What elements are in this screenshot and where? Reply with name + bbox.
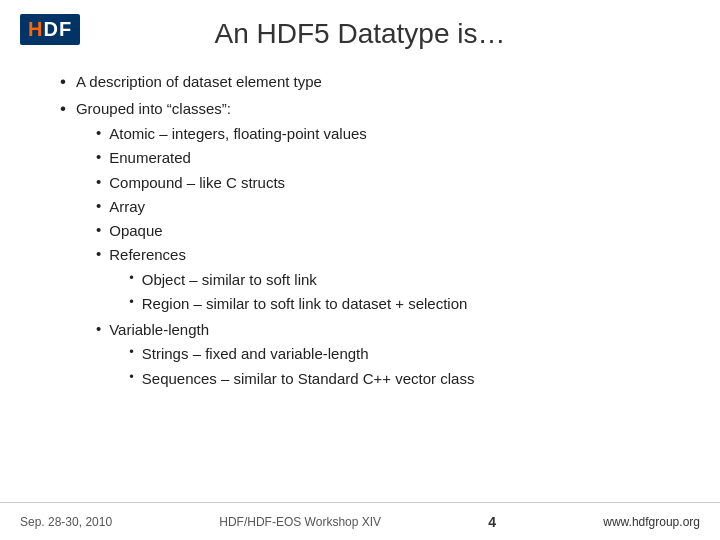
ref-sub-object-text: Object – similar to soft link xyxy=(142,268,317,291)
slide-header: HDF An HDF5 Datatype is… xyxy=(0,0,720,60)
sub-item-variable-content: Variable-length Strings – fixed and vari… xyxy=(109,318,474,391)
var-sub-sequences: Sequences – similar to Standard C++ vect… xyxy=(129,367,474,390)
footer-date: Sep. 28-30, 2010 xyxy=(20,515,112,529)
ref-sub-object: Object – similar to soft link xyxy=(129,268,467,291)
list-item-2-content: Grouped into “classes”: Atomic – integer… xyxy=(76,97,475,392)
sub-item-enumerated: Enumerated xyxy=(96,146,475,169)
slide-title: An HDF5 Datatype is… xyxy=(215,18,506,50)
sub-item-enumerated-text: Enumerated xyxy=(109,146,191,169)
sub-item-references-content: References Object – similar to soft link… xyxy=(109,243,467,316)
variable-list: Variable-length Strings – fixed and vari… xyxy=(96,318,475,391)
var-sub-strings: Strings – fixed and variable-length xyxy=(129,342,474,365)
logo-box: HDF xyxy=(20,14,80,45)
logo-h: H xyxy=(28,18,43,40)
sub-item-array-text: Array xyxy=(109,195,145,218)
var-sub-sequences-text: Sequences – similar to Standard C++ vect… xyxy=(142,367,475,390)
logo-df: DF xyxy=(43,18,72,40)
sub-item-opaque: Opaque xyxy=(96,219,475,242)
sub-item-atomic-text: Atomic – integers, floating-point values xyxy=(109,122,367,145)
sub-item-compound-text: Compound – like C structs xyxy=(109,171,285,194)
ref-sub-region: Region – similar to soft link to dataset… xyxy=(129,292,467,315)
variable-sub-list: Strings – fixed and variable-length Sequ… xyxy=(129,342,474,390)
list-item-1: A description of dataset element type xyxy=(60,70,670,94)
sub-item-references-text: References xyxy=(109,246,186,263)
sub-item-atomic: Atomic – integers, floating-point values xyxy=(96,122,475,145)
var-sub-strings-text: Strings – fixed and variable-length xyxy=(142,342,369,365)
list-item-2: Grouped into “classes”: Atomic – integer… xyxy=(60,97,670,392)
main-list: A description of dataset element type Gr… xyxy=(60,70,670,392)
list-item-2-text: Grouped into “classes”: xyxy=(76,100,231,117)
footer-page-number: 4 xyxy=(488,514,496,530)
footer-website: www.hdfgroup.org xyxy=(603,515,700,529)
sub-item-variable-text: Variable-length xyxy=(109,321,209,338)
sub-item-variable: Variable-length Strings – fixed and vari… xyxy=(96,318,475,391)
ref-sub-region-text: Region – similar to soft link to dataset… xyxy=(142,292,468,315)
footer-event: HDF/HDF-EOS Workshop XIV xyxy=(219,515,381,529)
sub-item-references: References Object – similar to soft link… xyxy=(96,243,475,316)
slide-footer: Sep. 28-30, 2010 HDF/HDF-EOS Workshop XI… xyxy=(0,502,720,540)
sub-item-opaque-text: Opaque xyxy=(109,219,162,242)
sub-item-compound: Compound – like C structs xyxy=(96,171,475,194)
sub-item-array: Array xyxy=(96,195,475,218)
slide: HDF An HDF5 Datatype is… A description o… xyxy=(0,0,720,540)
slide-content: A description of dataset element type Gr… xyxy=(0,60,720,502)
hdf-logo: HDF xyxy=(20,14,80,45)
references-sub-list: Object – similar to soft link Region – s… xyxy=(129,268,467,316)
list-item-1-text: A description of dataset element type xyxy=(76,70,322,93)
sub-list: Atomic – integers, floating-point values… xyxy=(96,122,475,316)
